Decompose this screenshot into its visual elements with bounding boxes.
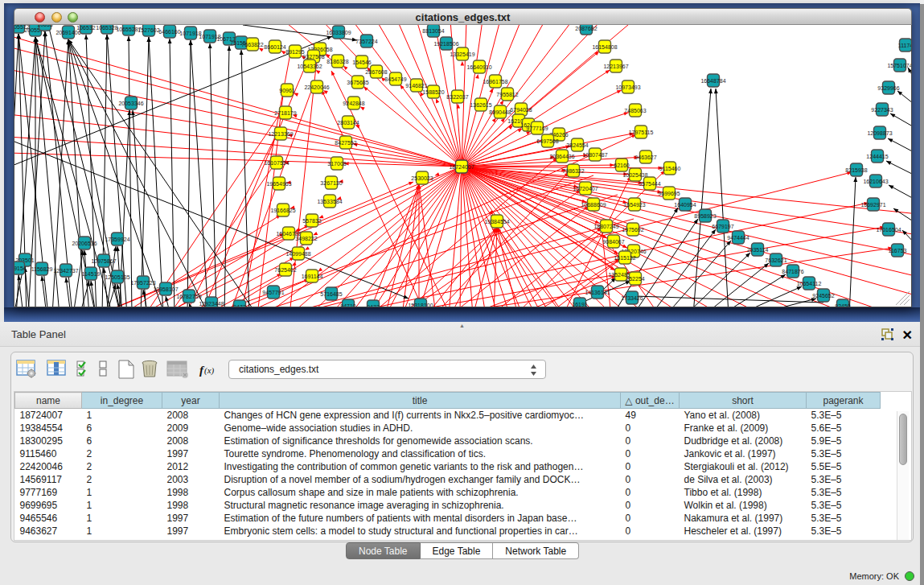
svg-text:8660124: 8660124: [264, 44, 285, 50]
svg-text:17016504: 17016504: [876, 227, 901, 233]
svg-text:20053346: 20053346: [118, 101, 143, 106]
svg-text:9115460: 9115460: [659, 166, 681, 171]
svg-text:2087682: 2087682: [575, 26, 597, 31]
svg-text:12213967: 12213967: [603, 64, 628, 69]
svg-text:62160: 62160: [614, 163, 630, 168]
svg-text:16782759: 16782759: [176, 294, 201, 299]
svg-text:1588520: 1588520: [422, 89, 444, 95]
svg-text:557833: 557833: [302, 218, 321, 224]
svg-text:10958107: 10958107: [153, 286, 178, 292]
svg-text:106532: 106532: [76, 25, 95, 31]
svg-text:1615132: 1615132: [614, 255, 635, 261]
svg-text:9227343: 9227343: [871, 107, 893, 113]
svg-text:16191: 16191: [572, 302, 588, 307]
svg-text:7357224: 7357224: [355, 39, 377, 44]
svg-text:8471876: 8471876: [782, 269, 803, 274]
svg-text:9245652: 9245652: [812, 293, 834, 299]
svg-text:20206536: 20206536: [72, 241, 97, 246]
svg-text:12342737: 12342737: [53, 268, 78, 274]
svg-text:9242848: 9242848: [343, 101, 364, 106]
svg-text:8215938: 8215938: [845, 167, 867, 173]
svg-text:2935114: 2935114: [747, 247, 769, 253]
svg-text:9474444: 9474444: [727, 235, 749, 241]
svg-text:10975867: 10975867: [91, 258, 116, 264]
svg-text:19654963: 19654963: [266, 181, 291, 187]
svg-text:10654112: 10654112: [797, 281, 822, 286]
svg-text:9699695: 9699695: [658, 191, 680, 196]
svg-text:20691406: 20691406: [55, 30, 80, 35]
svg-text:1975692: 1975692: [622, 227, 643, 233]
svg-text:12098873: 12098873: [867, 130, 892, 136]
svg-text:3824554: 3824554: [566, 142, 588, 148]
svg-text:16640910: 16640910: [466, 64, 491, 70]
svg-text:7625402: 7625402: [274, 267, 296, 273]
svg-text:15692971: 15692971: [860, 202, 885, 208]
svg-text:39154: 39154: [14, 266, 27, 271]
svg-text:891295: 891295: [285, 49, 304, 55]
svg-text:9463627: 9463627: [634, 154, 656, 160]
svg-text:8427552: 8427552: [335, 140, 356, 146]
svg-text:9084067: 9084067: [602, 239, 624, 245]
svg-text:6497568: 6497568: [536, 138, 558, 144]
svg-text:1156829: 1156829: [31, 266, 53, 272]
svg-text:17975115: 17975115: [629, 130, 654, 135]
svg-text:8813054: 8813054: [422, 28, 444, 34]
svg-text:1362615: 1362615: [470, 102, 491, 108]
svg-text:8322037: 8322037: [446, 94, 468, 100]
svg-text:7485063: 7485063: [624, 108, 646, 113]
svg-text:14136141: 14136141: [585, 290, 610, 295]
svg-text:2718179: 2718179: [274, 110, 296, 116]
svg-text:7632621: 7632621: [765, 257, 786, 263]
svg-text:6679197: 6679197: [712, 224, 733, 229]
svg-text:22420046: 22420046: [304, 84, 329, 90]
svg-text:13533584: 13533584: [317, 199, 342, 204]
svg-text:16648784: 16648784: [700, 78, 725, 84]
svg-text:3675685: 3675685: [347, 80, 368, 85]
svg-text:10653: 10653: [37, 25, 53, 27]
svg-text:10973493: 10973493: [615, 84, 640, 90]
svg-text:(x): (x): [204, 365, 215, 376]
svg-text:16154808: 16154808: [592, 44, 617, 50]
svg-text:12213369: 12213369: [268, 131, 293, 137]
svg-text:10543362: 10543362: [297, 64, 322, 69]
svg-text:114519: 114519: [82, 271, 101, 277]
svg-text:10025438: 10025438: [622, 172, 647, 178]
svg-text:1691144: 1691144: [302, 274, 323, 279]
svg-text:2867608: 2867608: [365, 69, 387, 75]
svg-text:8186328: 8186328: [326, 59, 348, 64]
svg-text:9575444: 9575444: [639, 181, 660, 187]
svg-text:19384554: 19384554: [484, 219, 509, 225]
svg-text:20364436: 20364436: [549, 154, 574, 159]
svg-text:16210643: 16210643: [863, 179, 888, 184]
svg-text:15751074: 15751074: [887, 63, 912, 68]
svg-text:18807249: 18807249: [593, 224, 618, 229]
svg-text:13325419: 13325419: [450, 51, 474, 57]
svg-text:154546: 154546: [352, 60, 371, 65]
svg-text:1065328: 1065328: [96, 25, 117, 31]
svg-text:7955812: 7955812: [496, 92, 518, 97]
svg-text:14099488: 14099488: [285, 251, 310, 257]
svg-text:3267130: 3267130: [320, 180, 342, 186]
svg-text:9327508: 9327508: [302, 54, 324, 60]
svg-text:6794028: 6794028: [510, 107, 532, 113]
svg-text:7663822: 7663822: [241, 42, 263, 47]
svg-text:8454749: 8454749: [384, 76, 406, 82]
svg-text:16961758: 16961758: [483, 79, 507, 84]
svg-text:6466160: 6466160: [158, 29, 180, 35]
svg-text:8958923: 8958923: [694, 213, 716, 219]
svg-text:1640954: 1640954: [674, 202, 696, 208]
svg-text:9457791: 9457791: [262, 290, 284, 295]
svg-text:9329966: 9329966: [877, 85, 899, 91]
svg-text:8990448: 8990448: [489, 109, 511, 115]
svg-text:9777169: 9777169: [526, 126, 548, 131]
svg-text:317008: 317008: [327, 161, 346, 167]
svg-text:252254: 252254: [626, 276, 644, 282]
svg-text:5716485: 5716485: [320, 291, 342, 297]
svg-text:19166825: 19166825: [270, 208, 295, 213]
svg-text:1654923: 1654923: [623, 202, 645, 208]
svg-text:17359924: 17359924: [105, 237, 129, 242]
svg-text:10688609: 10688609: [581, 202, 606, 208]
svg-text:7986322: 7986322: [562, 168, 584, 174]
svg-text:116753: 116753: [889, 248, 907, 253]
svg-text:12505135: 12505135: [105, 274, 129, 280]
